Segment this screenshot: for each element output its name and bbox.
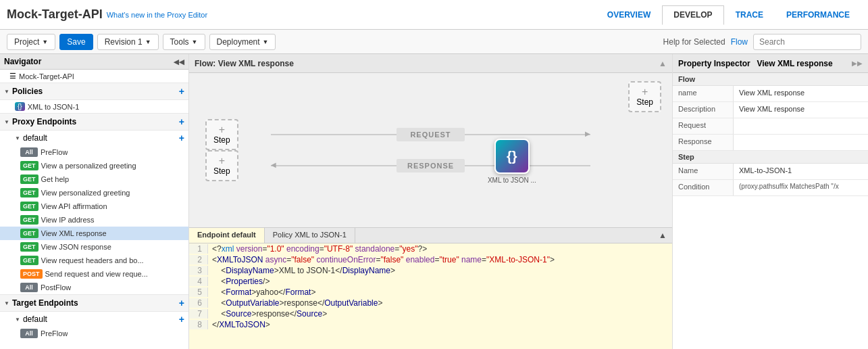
- search-input[interactable]: [753, 34, 861, 50]
- flow-item-5[interactable]: GET View IP address: [0, 213, 188, 227]
- policies-section: ▼ Policies +: [0, 83, 188, 100]
- app-title: Mock-Target-API: [7, 7, 103, 22]
- code-tabs: Endpoint default Policy XML to JSON-1 ▲: [189, 228, 672, 243]
- code-panel-expand[interactable]: ▲: [653, 228, 672, 243]
- default-add-btn[interactable]: +: [179, 133, 184, 143]
- flow-item-6[interactable]: GET View XML response: [0, 227, 188, 240]
- code-line-8: 8 </XMLToJSON>: [189, 319, 672, 330]
- target-default-label[interactable]: default: [23, 315, 47, 324]
- flow-item-2[interactable]: GET Get help: [0, 172, 188, 186]
- proxy-endpoints-label[interactable]: Proxy Endpoints: [12, 117, 76, 126]
- prop-value-step-name: XML-to-JSON-1: [734, 164, 868, 179]
- prop-label-response: Response: [673, 135, 734, 150]
- flow-header: Flow: View XML response ▲: [189, 54, 672, 73]
- top-bar: Mock-Target-API What's new in the Proxy …: [0, 0, 868, 30]
- flow-item-3[interactable]: GET View personalized greeting: [0, 186, 188, 200]
- policy-item-0[interactable]: {} XML to JSON-1: [0, 100, 188, 113]
- response-row: + Step ◀ RESPONSE {} XML to JS: [189, 159, 672, 172]
- add-step-top-right[interactable]: + Step: [628, 81, 661, 112]
- nav-performance[interactable]: PERFORMANCE: [775, 5, 861, 24]
- api-icon: ☰: [9, 72, 16, 80]
- save-button[interactable]: Save: [59, 34, 93, 50]
- target-flow-item-0[interactable]: All PreFlow: [0, 327, 188, 340]
- policy-label-0: XML to JSON-1: [28, 103, 80, 111]
- policy-icon-box[interactable]: {}: [494, 139, 530, 174]
- nav-develop[interactable]: DEVELOP: [662, 5, 723, 25]
- policies-label[interactable]: Policies: [12, 87, 43, 96]
- prop-label-request: Request: [673, 118, 734, 134]
- badge-get-4: GET: [20, 202, 39, 211]
- request-arrow: ▶: [585, 130, 590, 137]
- revision-dropdown[interactable]: Revision 1 ▼: [97, 34, 159, 50]
- badge-get-6: GET: [20, 229, 39, 238]
- policy-icon: {}: [15, 102, 25, 111]
- flow-label-8: View request headers and bo...: [41, 256, 144, 264]
- navigator-collapse[interactable]: ◀◀: [174, 58, 184, 66]
- flow-item-0[interactable]: All PreFlow: [0, 145, 188, 159]
- property-inspector-label: Property Inspector: [678, 59, 755, 68]
- target-default-section: ▼ default +: [0, 312, 188, 327]
- project-dropdown[interactable]: Project ▼: [7, 34, 55, 50]
- default-label[interactable]: default: [23, 133, 47, 143]
- add-step-request[interactable]: + Step: [205, 119, 238, 150]
- flow-link[interactable]: Flow: [731, 37, 748, 47]
- deployment-dropdown[interactable]: Deployment ▼: [209, 34, 276, 50]
- line-num-6: 6: [189, 298, 208, 308]
- policy-icon-symbol: {}: [507, 149, 517, 164]
- flow-item-8[interactable]: GET View request headers and bo...: [0, 254, 188, 267]
- target-endpoints-add-btn[interactable]: +: [179, 298, 184, 308]
- flow-item-9[interactable]: POST Send request and view reque...: [0, 267, 188, 281]
- flow-label-3: View personalized greeting: [41, 189, 130, 197]
- code-tab-0[interactable]: Endpoint default: [189, 228, 265, 243]
- flow-item-4[interactable]: GET View API affirmation: [0, 200, 188, 213]
- add-step-response[interactable]: + Step: [205, 150, 238, 181]
- badge-get-1: GET: [20, 161, 39, 170]
- flow-expand-btn[interactable]: ▲: [659, 59, 667, 68]
- prop-value-response: [734, 135, 868, 150]
- policy-name-label: XML to JSON ...: [488, 177, 536, 184]
- proxy-endpoints-section: ▼ Proxy Endpoints +: [0, 113, 188, 131]
- flow-item-7[interactable]: GET View JSON response: [0, 240, 188, 254]
- prop-value-condition: (proxy.pathsuffix MatchesPath "/x: [734, 180, 868, 195]
- step-plus-request: +: [219, 124, 225, 135]
- nav-overview[interactable]: OVERVIEW: [596, 5, 662, 24]
- prop-value-description: View XML response: [734, 102, 868, 118]
- toolbar-right: Help for Selected Flow: [663, 34, 861, 50]
- proxy-endpoints-add-btn[interactable]: +: [179, 116, 184, 127]
- nav-trace[interactable]: TRACE: [724, 5, 775, 24]
- badge-all-0: All: [20, 147, 38, 157]
- prop-row-step-name: Name XML-to-JSON-1: [673, 164, 868, 180]
- code-tab-1[interactable]: Policy XML to JSON-1: [265, 228, 355, 243]
- step-plus-response: +: [219, 156, 225, 166]
- policies-add-btn[interactable]: +: [179, 86, 184, 97]
- api-name-label: Mock-Target-API: [19, 72, 74, 80]
- flow-label-4: View API affirmation: [41, 202, 107, 210]
- code-line-4: 4 <Properties/>: [189, 276, 672, 287]
- step-label-request: Step: [213, 135, 230, 145]
- property-expand-btn[interactable]: ▶▶: [852, 60, 863, 67]
- tools-dropdown[interactable]: Tools ▼: [163, 34, 205, 50]
- flow-label-10: PostFlow: [41, 283, 71, 292]
- target-endpoints-label[interactable]: Target Endpoints: [12, 298, 78, 308]
- code-body: 1 <?xml version="1.0" encoding="UTF-8" s…: [189, 243, 672, 349]
- line-num-3: 3: [189, 266, 208, 275]
- main: Navigator ◀◀ ☰ Mock-Target-API ▼ Policie…: [0, 54, 868, 349]
- flow-item-1[interactable]: GET View a personalized greeting: [0, 159, 188, 172]
- flow-label-1: View a personalized greeting: [41, 162, 136, 170]
- request-label: REQUEST: [397, 128, 464, 141]
- revision-dropdown-arrow: ▼: [145, 39, 151, 45]
- code-line-7: 7 <Source>response</Source>: [189, 308, 672, 319]
- property-flow-name: View XML response: [757, 59, 832, 68]
- toolbar: Project ▼ Save Revision 1 ▼ Tools ▼ Depl…: [0, 30, 868, 54]
- flow-item-10[interactable]: All PostFlow: [0, 281, 188, 294]
- app-subtitle[interactable]: What's new in the Proxy Editor: [107, 11, 207, 19]
- response-arrow-left: ◀: [271, 161, 276, 168]
- flow-label-6: View XML response: [41, 229, 107, 237]
- default-section: ▼ default +: [0, 131, 188, 145]
- api-name-item[interactable]: ☰ Mock-Target-API: [0, 70, 188, 83]
- response-line-left: ◀: [271, 165, 397, 166]
- prop-row-response: Response: [673, 135, 868, 151]
- line-num-7: 7: [189, 309, 208, 319]
- tools-dropdown-arrow: ▼: [192, 39, 198, 45]
- target-default-add-btn[interactable]: +: [179, 314, 184, 325]
